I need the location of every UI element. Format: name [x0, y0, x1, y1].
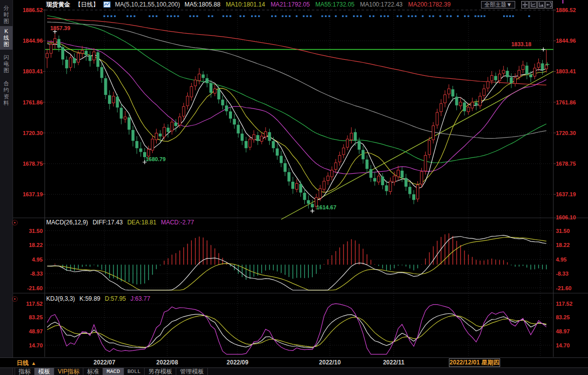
price-label-left: 1678.75 — [17, 161, 43, 167]
price-annotation: 1680.79 — [146, 156, 205, 162]
kdj-d-value: D:57.95 — [105, 295, 126, 302]
trading-app: 分 时 图K 线 图闪 电 图合 约 资 料 现货黄金 【日线】 MA(5,10… — [0, 0, 588, 375]
tab-3[interactable]: VIP指标 — [54, 368, 83, 375]
tab-6[interactable]: BOLL — [124, 368, 145, 375]
ma-value-ma10: MA10:1801.14 — [226, 1, 265, 8]
macd-diff-value: DIFF:17.43 — [92, 219, 123, 226]
price-label-left: 1844.96 — [17, 38, 43, 44]
sidebar-item-2[interactable]: K 线 图 — [0, 26, 13, 50]
price-label-left: 1761.86 — [17, 99, 43, 105]
period-selector-label: 日线 — [17, 359, 29, 366]
axis-scale-button[interactable] — [537, 1, 545, 9]
candles — [46, 32, 547, 211]
kdj-axis-label-left: 14.70 — [17, 342, 43, 348]
kdj-axis-label-right: 48.97 — [556, 328, 586, 334]
date-label: 2022/10 — [310, 359, 350, 366]
price-label-right: 1844.96 — [556, 38, 586, 44]
macd-dea-value: DEA:18.81 — [127, 219, 156, 226]
price-annotation: 1614.67 — [316, 204, 376, 210]
tab-1[interactable]: 指标 — [15, 368, 35, 375]
date-label: 2022/09 — [217, 359, 258, 366]
sidebar-item-4[interactable]: 合 约 资 料 — [0, 78, 13, 108]
kdj-axis-label-right: 83.25 — [556, 314, 586, 320]
date-label: 2022/08 — [147, 359, 187, 366]
kdj-axis-label-left: 117.52 — [17, 301, 43, 307]
main-chart-canvas[interactable] — [0, 0, 588, 375]
ma-value-ma100: MA100:1722.43 — [360, 1, 403, 8]
price-label-left: 1637.19 — [17, 191, 43, 197]
macd-axis-label-left: 31.50 — [17, 228, 43, 234]
ma-value-ma55: MA55:1732.05 — [315, 1, 355, 8]
indicator-toolbar: 指标模板VIP指标标准MACDBOLL另存模板管理模板 — [0, 367, 588, 375]
macd-axis-label-left: 4.95 — [17, 257, 43, 263]
tab-4[interactable]: 标准 — [83, 368, 103, 375]
sidebar-item-3[interactable]: 闪 电 图 — [0, 52, 13, 76]
price-label-left: 1803.41 — [17, 68, 43, 74]
kdj-axis-label-right: 14.70 — [556, 342, 586, 348]
kdj-axis-label-left: 83.25 — [17, 314, 43, 320]
kdj-k-value: K:59.89 — [79, 295, 100, 302]
collapse-button[interactable] — [545, 1, 553, 9]
macd-axis-label-left: -8.33 — [17, 271, 43, 277]
kdj-settings-icon[interactable] — [12, 296, 18, 302]
sidebar-item-1[interactable]: 分 时 图 — [0, 3, 13, 27]
chart-header: 现货黄金 【日线】 MA(5,10,21,55,100,200) MA5:180… — [13, 0, 508, 9]
macd-axis-label-left: 18.22 — [17, 242, 43, 248]
ma-value-ma5: MA5:1805.88 — [184, 1, 220, 8]
move-icon — [522, 2, 528, 8]
price-annotation: 1857.39 — [50, 25, 109, 31]
theme-dropdown[interactable]: 全部主题▼ — [481, 1, 515, 9]
kdj-axis-label-left: 48.97 — [17, 328, 43, 334]
kdj-axis-label-right: 117.52 — [556, 301, 586, 307]
kdj-param-label: KDJ(9,3,3) — [46, 295, 75, 302]
macd-header: MACD(26,12,9) DIFF:17.43 DEA:18.81 MACD:… — [46, 219, 194, 226]
tab-7[interactable]: 另存模板 — [145, 368, 176, 375]
ma-value-ma200: MA200:1782.39 — [408, 1, 451, 8]
price-annotation: 1833.18 — [472, 41, 531, 47]
macd-param-label: MACD(26,12,9) — [46, 219, 88, 226]
tab-2[interactable]: 模板 — [35, 368, 54, 375]
ma-values: MA5:1805.88MA10:1801.14MA21:1792.05MA55:… — [184, 1, 450, 8]
collapse-icon — [546, 2, 552, 8]
crosshair-top-tick — [562, 0, 563, 4]
price-label-right: 1761.86 — [556, 99, 586, 105]
ma-value-ma21: MA21:1792.05 — [271, 1, 310, 8]
kdj-header: KDJ(9,3,3) K:59.89 D:57.95 J:63.77 — [46, 295, 150, 302]
period-selector[interactable]: 日线▲ — [17, 359, 36, 367]
macd-axis-label-right: -8.33 — [556, 271, 586, 277]
axis-fit-button[interactable] — [529, 1, 537, 9]
price-label-right: 1720.30 — [556, 130, 586, 136]
date-label: 2022/07 — [84, 359, 125, 366]
triangle-up-icon: ▲ — [31, 360, 36, 366]
crosshair-date-label: 2022/12/01 星期四 — [449, 358, 500, 367]
price-label-left: 1720.30 — [17, 130, 43, 136]
pan-button[interactable] — [521, 1, 529, 9]
date-axis: 日线▲ 2022/072022/082022/092022/102022/11 … — [0, 357, 588, 367]
symbol-title: 现货黄金 — [46, 1, 70, 9]
kdj-j-value: J:63.77 — [131, 295, 150, 302]
tab-8[interactable]: 管理模板 — [176, 368, 208, 375]
axis-arrow-icon — [538, 2, 544, 8]
macd-value: MACD:-2.77 — [161, 219, 194, 226]
toolbar-corner — [0, 368, 13, 375]
ma-params-label: MA(5,10,21,55,100,200) — [115, 1, 180, 8]
period-tag: 【日线】 — [75, 1, 99, 9]
macd-axis-label-right: -21.60 — [556, 285, 586, 291]
macd-axis-label-left: -21.60 — [17, 285, 43, 291]
macd-axis-label-right: 4.95 — [556, 257, 586, 263]
price-label-right: 1606.10 — [556, 214, 586, 220]
axis-chart-icon — [530, 2, 536, 8]
macd-axis-label-right: 18.22 — [556, 242, 586, 248]
date-label: 2022/11 — [374, 359, 414, 366]
indicator-icon — [103, 2, 110, 8]
price-label-right: 1886.52 — [556, 7, 586, 13]
macd-settings-icon[interactable] — [12, 220, 18, 225]
tab-5[interactable]: MACD — [103, 368, 124, 375]
sidebar: 分 时 图K 线 图闪 电 图合 约 资 料 — [0, 0, 13, 367]
price-label-right: 1803.41 — [556, 68, 586, 74]
macd-axis-label-right: 31.50 — [556, 228, 586, 234]
price-label-right: 1637.19 — [556, 191, 586, 197]
price-label-right: 1678.75 — [556, 161, 586, 167]
